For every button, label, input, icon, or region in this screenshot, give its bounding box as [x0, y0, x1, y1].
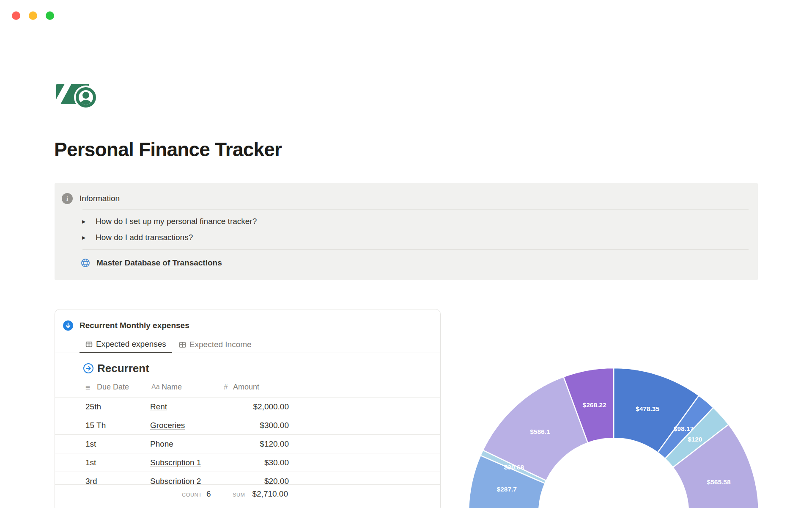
- toggle-add-transactions-question[interactable]: ▶ How do I add transactions?: [81, 232, 193, 243]
- banknote-icon: [55, 80, 100, 109]
- sum-calculation-label[interactable]: SUM: [233, 492, 245, 498]
- donut-chart-svg: $478.35$98.17$120$565.58$287.7$30.68$586…: [444, 365, 783, 508]
- window-minimize-button[interactable]: [29, 11, 37, 20]
- due-date-cell[interactable]: 1st: [85, 458, 149, 467]
- table-row: 1st Phone $120.00: [55, 435, 440, 453]
- window-close-button[interactable]: [12, 11, 20, 20]
- table-header: ≡ Due Date Aa Name # Amount: [55, 381, 440, 397]
- name-cell: Groceries: [150, 421, 185, 430]
- column-header-name[interactable]: Name: [162, 383, 182, 392]
- info-icon: i: [62, 193, 73, 204]
- table-footer: COUNT 6 SUM $2,710.00: [55, 484, 440, 504]
- name-cell: Subscription 2: [150, 477, 201, 484]
- database-title[interactable]: Recurrent: [97, 362, 149, 375]
- number-type-icon: #: [224, 383, 228, 392]
- name-cell: Rent: [150, 402, 167, 411]
- column-header-amount[interactable]: Amount: [233, 383, 259, 392]
- page-link[interactable]: Phone: [150, 439, 173, 448]
- view-tabs: Expected expenses Expected Income: [80, 336, 258, 353]
- amount-cell[interactable]: $2,000.00: [222, 402, 289, 411]
- recurrent-expenses-card: Recurrent Monthly expenses Expected expe…: [55, 309, 441, 508]
- link-label: Master Database of Transactions: [96, 258, 222, 268]
- due-date-cell[interactable]: 25th: [85, 402, 149, 411]
- table-body: 25th Rent $2,000.00 15 Th Groceries $300…: [55, 397, 440, 484]
- master-database-link[interactable]: Master Database of Transactions: [81, 257, 222, 269]
- table-row: 15 Th Groceries $300.00: [55, 416, 440, 435]
- table-row: 25th Rent $2,000.00: [55, 398, 440, 416]
- name-cell: Subscription 1: [150, 458, 201, 467]
- toggle-setup-question[interactable]: ▶ How do I set up my personal finance tr…: [81, 215, 257, 227]
- tab-label: Expected Income: [189, 340, 252, 349]
- amount-cell[interactable]: $30.00: [222, 458, 289, 467]
- circle-arrow-right-icon: [83, 363, 93, 373]
- table-icon: [85, 341, 93, 348]
- divider: [82, 209, 749, 210]
- info-glyph: i: [66, 195, 68, 202]
- page-title: Personal Finance Tracker: [54, 138, 282, 161]
- card-title: Recurrent Monthly expenses: [80, 321, 189, 330]
- information-callout: i Information ▶ How do I set up my perso…: [55, 183, 758, 280]
- page-icon[interactable]: [55, 80, 100, 111]
- toggle-arrow-icon: ▶: [81, 235, 89, 240]
- text-type-icon: Aa: [151, 383, 160, 391]
- page-link[interactable]: Subscription 1: [150, 458, 201, 467]
- due-date-cell[interactable]: 3rd: [85, 477, 149, 484]
- column-header-due-date[interactable]: Due Date: [97, 383, 129, 392]
- callout-title: Information: [80, 194, 120, 203]
- name-cell: Phone: [150, 439, 173, 449]
- table-icon: [179, 341, 186, 348]
- page-link[interactable]: Rent: [150, 402, 167, 411]
- rows-icon: ≡: [85, 383, 90, 392]
- tab-label: Expected expenses: [96, 340, 166, 349]
- divider: [55, 353, 440, 353]
- circle-arrow-down-icon[interactable]: [63, 320, 73, 331]
- tab-expected-expenses[interactable]: Expected expenses: [80, 336, 172, 353]
- sum-value: $2,710.00: [252, 489, 288, 499]
- page-link[interactable]: Groceries: [150, 421, 185, 430]
- toggle-arrow-icon: ▶: [81, 219, 89, 224]
- amount-cell[interactable]: $300.00: [222, 421, 289, 430]
- due-date-cell[interactable]: 1st: [85, 439, 149, 449]
- due-date-cell[interactable]: 15 Th: [85, 421, 149, 430]
- toggle-label: How do I add transactions?: [96, 233, 193, 242]
- amount-cell[interactable]: $20.00: [222, 477, 289, 484]
- toggle-label: How do I set up my personal finance trac…: [96, 217, 257, 226]
- page-link[interactable]: Subscription 2: [150, 477, 201, 484]
- globe-icon: [80, 258, 91, 268]
- expenses-donut-chart: $478.35$98.17$120$565.58$287.7$30.68$586…: [444, 365, 783, 508]
- table-row: 1st Subscription 1 $30.00: [55, 453, 440, 472]
- window-zoom-button[interactable]: [46, 11, 54, 20]
- count-calculation-label[interactable]: COUNT: [182, 492, 202, 498]
- table-row: 3rd Subscription 2 $20.00: [55, 472, 440, 484]
- tab-expected-income[interactable]: Expected Income: [173, 336, 258, 353]
- divider: [82, 249, 749, 250]
- amount-cell[interactable]: $120.00: [222, 439, 289, 449]
- count-value: 6: [206, 489, 211, 499]
